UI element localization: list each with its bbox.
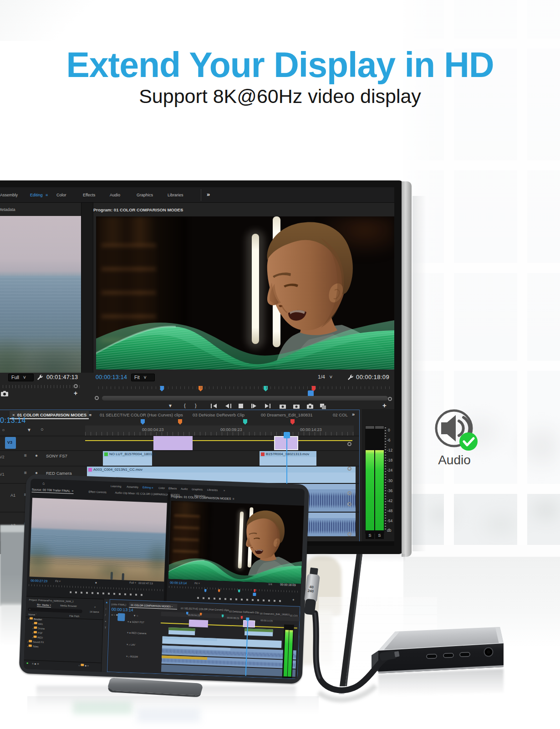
svg-text:240: 240 [307, 589, 314, 594]
